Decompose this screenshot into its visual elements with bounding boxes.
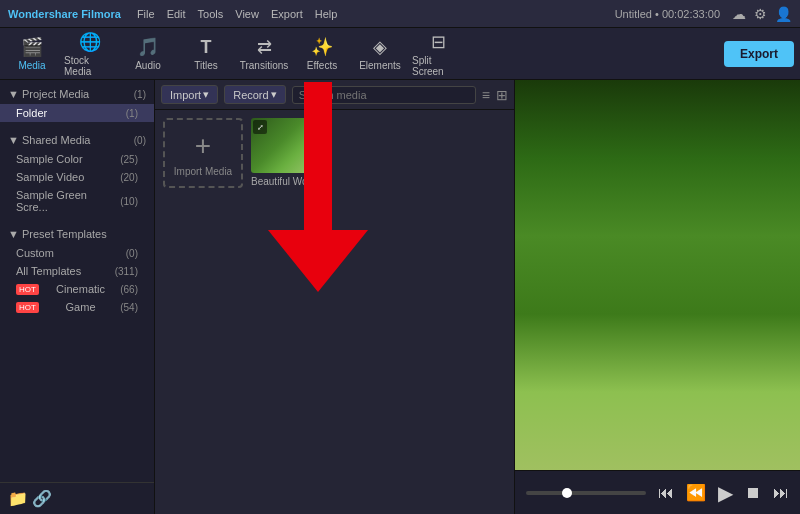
middle-panel: Import ▾ Record ▾ ≡ ⊞ + Import Media ⤢: [155, 80, 515, 514]
menu-edit[interactable]: Edit: [167, 8, 186, 20]
document-title: Untitled • 00:02:33:00: [615, 8, 720, 20]
custom-item[interactable]: Custom (0): [0, 244, 154, 262]
grid-icon[interactable]: ⊞: [496, 87, 508, 103]
import-chevron-icon: ▾: [203, 88, 209, 101]
skip-back-button[interactable]: ⏮: [658, 484, 674, 502]
media-grid: + Import Media ⤢ ✓ Beautiful World - Wil…: [155, 110, 514, 514]
sample-video-item[interactable]: Sample Video (20): [0, 168, 154, 186]
tool-splitscreen-label: Split Screen: [412, 55, 464, 77]
tool-splitscreen[interactable]: ⊟ Split Screen: [412, 32, 464, 76]
add-media-button[interactable]: + Import Media: [163, 118, 243, 188]
stock-icon: 🌐: [79, 31, 101, 53]
link-icon[interactable]: 🔗: [32, 489, 52, 508]
step-back-button[interactable]: ⏪: [686, 483, 706, 502]
account-icon[interactable]: 👤: [775, 6, 792, 22]
record-label: Record: [233, 89, 268, 101]
tool-titles-label: Titles: [194, 60, 218, 71]
preview-controls: ⏮ ⏪ ▶ ⏹ ⏭: [515, 470, 800, 514]
add-folder-icon[interactable]: 📁: [8, 489, 28, 508]
splitscreen-icon: ⊟: [431, 31, 446, 53]
middle-toolbar: Import ▾ Record ▾ ≡ ⊞: [155, 80, 514, 110]
tool-media[interactable]: 🎬 Media: [6, 32, 58, 76]
all-templates-item[interactable]: All Templates (311): [0, 262, 154, 280]
check-icon: ✓: [315, 120, 329, 134]
tool-stock-label: Stock Media: [64, 55, 116, 77]
cinematic-label: Cinematic: [56, 283, 105, 295]
preview-area: [515, 80, 800, 470]
tool-titles[interactable]: T Titles: [180, 32, 232, 76]
sample-color-item[interactable]: Sample Color (25): [0, 150, 154, 168]
media-item[interactable]: ⤢ ✓ Beautiful World - Wild A...: [251, 118, 331, 506]
folder-label: Folder: [16, 107, 47, 119]
menu-file[interactable]: File: [137, 8, 155, 20]
search-input[interactable]: [292, 86, 476, 104]
project-media-section: ▼ Project Media (1) Folder (1): [0, 80, 154, 126]
skip-forward-button[interactable]: ⏭: [773, 484, 789, 502]
cinematic-item[interactable]: HOT Cinematic (66): [0, 280, 154, 298]
progress-knob[interactable]: [562, 488, 572, 498]
cloud-icon[interactable]: ☁: [732, 6, 746, 22]
tool-transitions[interactable]: ⇄ Transitions: [238, 32, 290, 76]
filter-icon[interactable]: ≡: [482, 87, 490, 103]
app-logo: Wondershare Filmora: [8, 8, 121, 20]
tool-audio[interactable]: 🎵 Audio: [122, 32, 174, 76]
tool-audio-label: Audio: [135, 60, 161, 71]
game-count: (54): [120, 302, 138, 313]
cinematic-count: (66): [120, 284, 138, 295]
custom-label: Custom: [16, 247, 54, 259]
folder-item[interactable]: Folder (1): [0, 104, 154, 122]
preset-templates-label: ▼ Preset Templates: [8, 228, 107, 240]
menu-view[interactable]: View: [235, 8, 259, 20]
tool-media-label: Media: [18, 60, 45, 71]
tool-stock[interactable]: 🌐 Stock Media: [64, 32, 116, 76]
sample-green-count: (10): [120, 196, 138, 207]
project-media-header[interactable]: ▼ Project Media (1): [0, 84, 154, 104]
record-chevron-icon: ▾: [271, 88, 277, 101]
preset-templates-section: ▼ Preset Templates Custom (0) All Templa…: [0, 220, 154, 320]
main-toolbar: 🎬 Media 🌐 Stock Media 🎵 Audio T Titles ⇄…: [0, 28, 800, 80]
audio-icon: 🎵: [137, 36, 159, 58]
export-button[interactable]: Export: [724, 41, 794, 67]
media-item-name: Beautiful World - Wild A...: [251, 176, 331, 187]
settings-icon[interactable]: ⚙: [754, 6, 767, 22]
tool-elements[interactable]: ◈ Elements: [354, 32, 406, 76]
shared-media-section: ▼ Shared Media (0) Sample Color (25) Sam…: [0, 126, 154, 220]
right-panel: ⏮ ⏪ ▶ ⏹ ⏭: [515, 80, 800, 514]
import-button[interactable]: Import ▾: [161, 85, 218, 104]
game-item[interactable]: HOT Game (54): [0, 298, 154, 316]
preview-progress[interactable]: [526, 491, 646, 495]
all-templates-count: (311): [115, 266, 138, 277]
shared-media-header[interactable]: ▼ Shared Media (0): [0, 130, 154, 150]
game-badge: HOT: [16, 302, 39, 313]
project-media-count: (1): [134, 89, 146, 100]
tool-effects[interactable]: ✨ Effects: [296, 32, 348, 76]
menu-help[interactable]: Help: [315, 8, 338, 20]
tool-transitions-label: Transitions: [240, 60, 289, 71]
menu-bar: File Edit Tools View Export Help: [137, 8, 337, 20]
top-icons: ☁ ⚙ 👤: [732, 6, 792, 22]
sample-green-label: Sample Green Scre...: [16, 189, 120, 213]
stop-button[interactable]: ⏹: [745, 484, 761, 502]
record-button[interactable]: Record ▾: [224, 85, 285, 104]
all-templates-label: All Templates: [16, 265, 81, 277]
sample-video-count: (20): [120, 172, 138, 183]
import-label: Import: [170, 89, 201, 101]
menu-export[interactable]: Export: [271, 8, 303, 20]
folder-count: (1): [126, 108, 138, 119]
shared-media-count: (0): [134, 135, 146, 146]
preview-background: [515, 80, 800, 470]
preset-templates-header[interactable]: ▼ Preset Templates: [0, 224, 154, 244]
sample-video-label: Sample Video: [16, 171, 84, 183]
sample-green-item[interactable]: Sample Green Scre... (10): [0, 186, 154, 216]
import-media-label: Import Media: [174, 166, 232, 177]
tool-elements-label: Elements: [359, 60, 401, 71]
shared-media-label: ▼ Shared Media: [8, 134, 90, 146]
effects-icon: ✨: [311, 36, 333, 58]
menu-tools[interactable]: Tools: [198, 8, 224, 20]
titles-icon: T: [201, 37, 212, 58]
transitions-icon: ⇄: [257, 36, 272, 58]
play-button[interactable]: ▶: [718, 481, 733, 505]
tool-effects-label: Effects: [307, 60, 337, 71]
elements-icon: ◈: [373, 36, 387, 58]
sample-color-label: Sample Color: [16, 153, 83, 165]
